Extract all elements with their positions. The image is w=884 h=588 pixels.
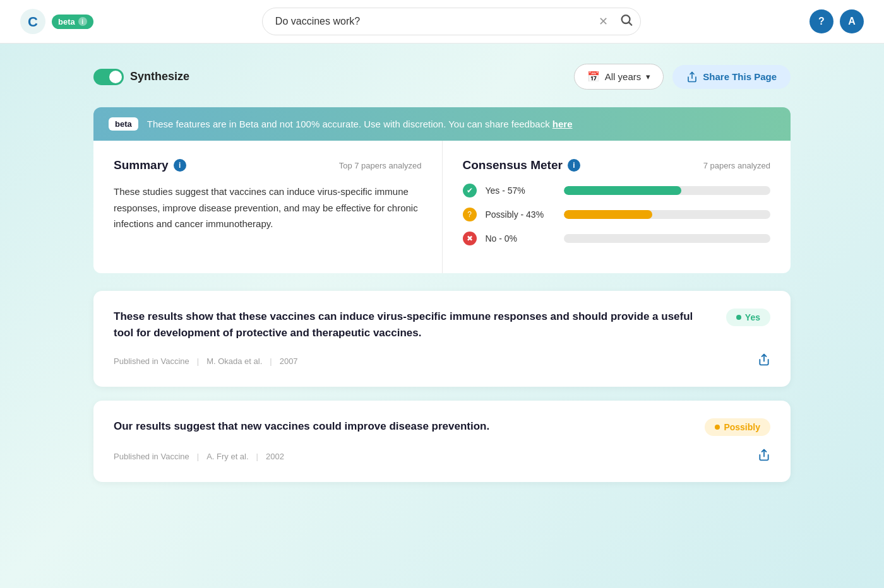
meter-bar-fill-yes	[564, 186, 682, 195]
result-card-header-1: Our results suggest that new vaccines co…	[114, 418, 770, 436]
result-year-1: 2002	[266, 452, 284, 461]
summary-text: These studies suggest that vaccines can …	[114, 184, 422, 232]
share-page-button[interactable]: Share This Page	[672, 65, 791, 89]
result-cards-container: These results show that these vaccines c…	[93, 291, 791, 482]
summary-header: Summary i Top 7 papers analyzed	[114, 158, 422, 172]
result-meta-0: Published in Vaccine | M. Okada et al. |…	[114, 356, 298, 366]
meter-bar-bg-possibly	[564, 210, 771, 219]
consensus-meta: 7 papers analyzed	[703, 161, 770, 170]
meter-bar-bg-yes	[564, 186, 771, 195]
share-result-button-1[interactable]	[758, 449, 770, 464]
beta-banner-badge: beta	[109, 117, 138, 131]
consensus-meters: ✔ Yes - 57% ? Possibly - 43% ✖ No - 0%	[463, 184, 771, 245]
beta-badge-label: beta	[58, 17, 75, 26]
beta-banner-message: These features are in Beta and not 100% …	[147, 119, 573, 129]
meter-label-yes: Yes - 57%	[486, 185, 555, 196]
result-card-footer-1: Published in Vaccine | A. Fry et al. | 2…	[114, 449, 770, 464]
all-years-label: All years	[605, 71, 642, 82]
consensus-panel: Consensus Meter i 7 papers analyzed ✔ Ye…	[443, 141, 791, 273]
main-content: Synthesize 📅 All years ▾ Share This Page…	[63, 44, 821, 516]
search-icon	[619, 13, 633, 27]
search-bar-wrapper: ✕	[262, 8, 641, 35]
toolbar-row: Synthesize 📅 All years ▾ Share This Page	[93, 64, 791, 90]
result-year-0: 2007	[280, 356, 298, 366]
all-years-button[interactable]: 📅 All years ▾	[574, 64, 664, 90]
meter-indicator-yes: ✔	[463, 184, 477, 197]
nav-icons: ? A	[809, 9, 864, 33]
meter-row-no: ✖ No - 0%	[463, 232, 771, 245]
result-card-header-0: These results show that these vaccines c…	[114, 309, 770, 341]
verdict-label-0: Yes	[745, 312, 760, 322]
separator2-1: |	[256, 452, 258, 461]
synthesize-label: Synthesize	[130, 70, 189, 83]
summary-panel: Summary i Top 7 papers analyzed These st…	[93, 141, 443, 273]
summary-meta: Top 7 papers analyzed	[339, 161, 422, 170]
result-text-0: These results show that these vaccines c…	[114, 309, 714, 341]
verdict-label-1: Possibly	[724, 422, 760, 432]
chevron-down-icon: ▾	[646, 72, 650, 81]
beta-banner: beta These features are in Beta and not …	[93, 107, 791, 141]
search-button[interactable]	[619, 13, 633, 30]
toolbar-right: 📅 All years ▾ Share This Page	[574, 64, 791, 90]
search-clear-button[interactable]: ✕	[599, 16, 608, 27]
feedback-link[interactable]: here	[552, 119, 573, 129]
share-result-icon-0	[758, 353, 770, 366]
share-result-button-0[interactable]	[758, 353, 770, 369]
summary-title: Summary i	[114, 158, 186, 172]
synthesize-toggle-switch[interactable]	[93, 69, 124, 85]
meter-bar-bg-no	[564, 234, 771, 243]
result-text-1: Our results suggest that new vaccines co…	[114, 418, 692, 435]
meter-label-possibly: Possibly - 43%	[486, 209, 555, 220]
beta-info-icon: i	[78, 17, 87, 26]
help-button[interactable]: ?	[809, 9, 833, 33]
svg-line-3	[629, 23, 631, 25]
separator-0: |	[197, 356, 199, 366]
calendar-icon: 📅	[587, 71, 600, 83]
navbar: C beta i ✕ ? A	[0, 0, 884, 44]
consensus-info-icon[interactable]: i	[568, 159, 580, 172]
separator2-0: |	[270, 356, 272, 366]
beta-badge: beta i	[52, 15, 93, 29]
result-journal-1: Published in Vaccine	[114, 452, 189, 461]
meter-bar-fill-possibly	[564, 210, 653, 219]
summary-info-icon[interactable]: i	[174, 159, 186, 172]
result-authors-0: M. Okada et al.	[206, 356, 262, 366]
logo-area: C beta i	[20, 9, 93, 34]
meter-indicator-possibly: ?	[463, 208, 477, 221]
meter-label-no: No - 0%	[486, 233, 555, 244]
result-authors-1: A. Fry et al.	[206, 452, 248, 461]
separator-1: |	[197, 452, 199, 461]
summary-consensus-card: Summary i Top 7 papers analyzed These st…	[93, 141, 791, 273]
meter-row-yes: ✔ Yes - 57%	[463, 184, 771, 197]
result-meta-1: Published in Vaccine | A. Fry et al. | 2…	[114, 452, 284, 461]
verdict-dot-0	[736, 315, 741, 320]
share-page-label: Share This Page	[703, 71, 777, 82]
result-journal-0: Published in Vaccine	[114, 356, 189, 366]
meter-indicator-no: ✖	[463, 232, 477, 245]
result-card-0: These results show that these vaccines c…	[93, 291, 791, 387]
user-avatar-button[interactable]: A	[840, 9, 864, 33]
verdict-badge-1: Possibly	[705, 418, 770, 436]
consensus-header: Consensus Meter i 7 papers analyzed	[463, 158, 771, 172]
consensus-title: Consensus Meter i	[463, 158, 580, 172]
synthesize-toggle: Synthesize	[93, 69, 189, 85]
result-card-footer-0: Published in Vaccine | M. Okada et al. |…	[114, 353, 770, 369]
logo-icon: C	[20, 9, 45, 34]
search-input[interactable]	[262, 8, 641, 35]
svg-text:C: C	[28, 14, 38, 30]
meter-row-possibly: ? Possibly - 43%	[463, 208, 771, 221]
share-result-icon-1	[758, 449, 770, 461]
verdict-dot-1	[715, 425, 720, 430]
share-icon	[686, 71, 698, 83]
result-card-1: Our results suggest that new vaccines co…	[93, 401, 791, 482]
verdict-badge-0: Yes	[726, 309, 770, 326]
